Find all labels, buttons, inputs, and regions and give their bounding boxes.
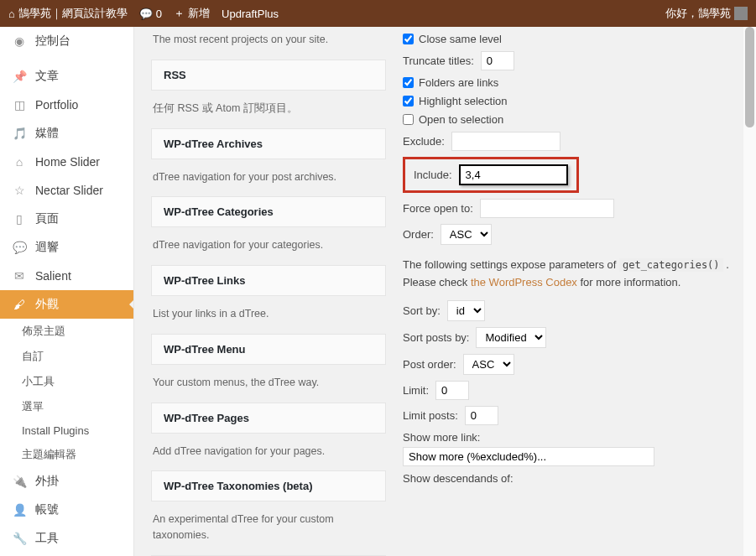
nav-users[interactable]: 👤帳號 <box>0 496 133 524</box>
sortposts-label: Sort posts by: <box>403 331 469 344</box>
nav-posts[interactable]: 📌文章 <box>0 62 133 91</box>
limit-input[interactable] <box>435 381 469 400</box>
nav-home-slider[interactable]: ⌂Home Slider <box>0 148 133 176</box>
widget-desc: List your links in a dTree. <box>151 301 386 334</box>
exclude-input[interactable] <box>451 132 560 151</box>
nav-sub-editor[interactable]: 主題編輯器 <box>0 442 133 467</box>
plugin-icon: 🔌 <box>12 474 27 489</box>
nav-portfolio[interactable]: ◫Portfolio <box>0 91 133 119</box>
postorder-select[interactable]: ASC <box>463 354 514 375</box>
nav-sub-menus[interactable]: 選單 <box>0 394 133 419</box>
open-sel-checkbox[interactable]: Open to selection <box>403 113 503 126</box>
include-label: Include: <box>414 169 452 181</box>
media-icon: 🎵 <box>12 126 27 141</box>
include-input[interactable] <box>459 164 568 185</box>
widget-desc: Add dTree navigation for your pages. <box>151 439 386 471</box>
pages-icon: ▯ <box>12 211 27 226</box>
portfolio-icon: ◫ <box>12 97 27 112</box>
brush-icon: 🖌 <box>12 297 27 312</box>
avatar <box>734 7 748 20</box>
updraft-link[interactable]: UpdraftPlus <box>222 8 279 20</box>
nav-media[interactable]: 🎵媒體 <box>0 119 133 148</box>
pin-icon: 📌 <box>12 69 27 84</box>
widget-taxonomies[interactable]: WP-dTree Taxonomies (beta) <box>151 470 386 501</box>
close-same-checkbox[interactable]: Close same level <box>403 33 502 45</box>
widget-archives[interactable]: WP-dTree Archives <box>151 128 386 159</box>
truncate-label: Truncate titles: <box>403 55 474 67</box>
include-highlight: Include: <box>403 157 579 193</box>
limit-label: Limit: <box>403 384 429 397</box>
comments-icon[interactable]: 💬 0 <box>139 8 162 20</box>
codex-link[interactable]: the WordPress Codex <box>471 276 577 288</box>
comments-icon: 💬 <box>12 240 27 255</box>
descendants-label: Show descendands of: <box>403 472 514 485</box>
showmore-input[interactable] <box>403 447 654 466</box>
info-text: The following settings expose parameters… <box>403 257 739 292</box>
nav-comments[interactable]: 💬迴響 <box>0 233 133 262</box>
nav-plugins[interactable]: 🔌外掛 <box>0 467 133 496</box>
widget-desc: Your custom menus, the dTree way. <box>151 370 386 403</box>
exclude-label: Exclude: <box>403 135 445 148</box>
scroll-thumb[interactable] <box>745 27 754 127</box>
widget-desc: dTree navigation for your categories. <box>151 232 386 265</box>
nav-sub-install-plugins[interactable]: Install Plugins <box>0 419 133 442</box>
home-icon: ⌂ <box>12 154 27 169</box>
widgets-column: The most recent projects on your site. R… <box>151 27 386 539</box>
force-label: Force open to: <box>403 202 473 215</box>
dashboard-icon: ◉ <box>12 34 27 49</box>
widget-pages[interactable]: WP-dTree Pages <box>151 403 386 434</box>
nav-sub-themes[interactable]: 佈景主題 <box>0 319 133 344</box>
nav-sub-widgets[interactable]: 小工具 <box>0 369 133 394</box>
limitposts-label: Limit posts: <box>403 409 458 422</box>
postorder-label: Post order: <box>403 358 456 371</box>
nav-sub-customize[interactable]: 自訂 <box>0 344 133 369</box>
envelope-icon: ✉ <box>12 268 27 283</box>
highlight-checkbox[interactable]: Highlight selection <box>403 95 508 107</box>
new-link[interactable]: ＋ 新增 <box>174 6 210 21</box>
truncate-input[interactable] <box>481 51 514 70</box>
scrollbar[interactable] <box>743 27 756 556</box>
force-input[interactable] <box>480 199 614 218</box>
widget-menu[interactable]: WP-dTree Menu <box>151 334 386 365</box>
greeting-link[interactable]: 你好，鵠學苑 <box>665 6 748 21</box>
nav-pages[interactable]: ▯頁面 <box>0 205 133 233</box>
star-icon: ☆ <box>12 183 27 198</box>
nav-appearance[interactable]: 🖌外觀 <box>0 290 133 319</box>
home-icon[interactable]: ⌂ 鵠學苑｜網頁設計教學 <box>8 6 128 21</box>
sortposts-select[interactable]: Modified <box>476 327 546 348</box>
order-label: Order: <box>403 228 434 241</box>
widget-desc: An experimental dTree for your custom ta… <box>151 507 386 555</box>
widget-links[interactable]: WP-dTree Links <box>151 265 386 296</box>
widget-desc: The most recent projects on your site. <box>151 27 386 60</box>
widget-desc: 任何 RSS 或 Atom 訂閱項目。 <box>151 96 386 128</box>
widget-rss[interactable]: RSS <box>151 60 386 91</box>
folders-links-checkbox[interactable]: Folders are links <box>403 76 498 89</box>
sortby-label: Sort by: <box>403 304 441 317</box>
widget-settings: Close same level Truncate titles: Folder… <box>403 27 739 539</box>
nav-salient[interactable]: ✉Salient <box>0 262 133 290</box>
showmore-label: Show more link: <box>403 431 739 444</box>
wrench-icon: 🔧 <box>12 531 27 546</box>
widget-categories[interactable]: WP-dTree Categories <box>151 196 386 227</box>
widget-desc: dTree navigation for your post archives. <box>151 164 386 197</box>
nav-dashboard[interactable]: ◉控制台 <box>0 27 133 55</box>
user-icon: 👤 <box>12 502 27 517</box>
nav-tools[interactable]: 🔧工具 <box>0 524 133 553</box>
order-select[interactable]: ASC <box>441 224 492 245</box>
admin-sidebar: ◉控制台 📌文章 ◫Portfolio 🎵媒體 ⌂Home Slider ☆Ne… <box>0 27 134 556</box>
nav-nectar-slider[interactable]: ☆Nectar Slider <box>0 176 133 205</box>
nav-settings[interactable]: ☰設定 <box>0 553 133 556</box>
limitposts-input[interactable] <box>465 406 498 425</box>
sortby-select[interactable]: id <box>447 300 485 321</box>
